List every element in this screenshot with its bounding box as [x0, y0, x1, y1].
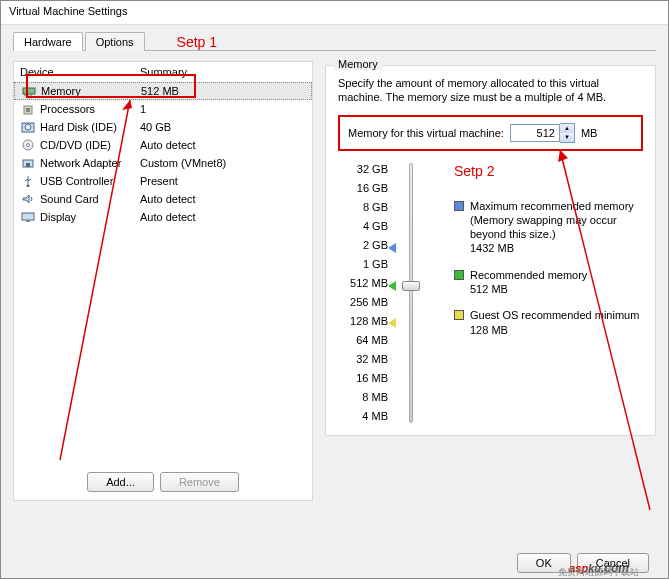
device-summary: 40 GB: [140, 121, 306, 133]
device-row-network-adapter[interactable]: Network AdapterCustom (VMnet8): [14, 154, 312, 172]
svg-point-9: [27, 144, 30, 147]
scale-tick: 4 GB: [338, 220, 388, 232]
device-name: CD/DVD (IDE): [40, 139, 140, 151]
header-summary: Summary: [140, 66, 306, 78]
device-summary: Custom (VMnet8): [140, 157, 306, 169]
cd-icon: [20, 138, 36, 152]
device-list-panel: Device Summary Memory512 MBProcessors1Ha…: [13, 61, 313, 501]
svg-point-7: [25, 124, 31, 130]
cpu-icon: [20, 102, 36, 116]
annotation-step1: Setp 1: [177, 34, 217, 50]
square-icon: [454, 201, 464, 211]
device-summary: 512 MB: [141, 85, 305, 97]
watermark-sub: 免费网站源码下载站: [558, 566, 639, 579]
memory-input-row: Memory for this virtual machine: ▲ ▼ MB: [338, 115, 643, 151]
device-list: Memory512 MBProcessors1Hard Disk (IDE)40…: [14, 82, 312, 464]
svg-rect-14: [26, 220, 30, 222]
tab-options[interactable]: Options: [85, 32, 145, 51]
device-summary: Auto detect: [140, 139, 306, 151]
spin-up-icon[interactable]: ▲: [560, 124, 574, 133]
legend-max-title: Maximum recommended memory: [470, 199, 643, 213]
marker-rec-icon: [388, 281, 396, 291]
spin-down-icon[interactable]: ▼: [560, 133, 574, 142]
svg-rect-13: [22, 213, 34, 220]
column-headers: Device Summary: [14, 62, 312, 82]
settings-window: Virtual Machine Settings Hardware Option…: [0, 0, 669, 579]
device-row-memory[interactable]: Memory512 MB: [14, 82, 312, 100]
device-row-sound-card[interactable]: Sound CardAuto detect: [14, 190, 312, 208]
device-row-processors[interactable]: Processors1: [14, 100, 312, 118]
device-name: Network Adapter: [40, 157, 140, 169]
scale-tick: 512 MB: [338, 277, 388, 289]
device-name: Sound Card: [40, 193, 140, 205]
device-row-display[interactable]: DisplayAuto detect: [14, 208, 312, 226]
device-summary: Present: [140, 175, 306, 187]
device-name: Processors: [40, 103, 140, 115]
device-row-cd-dvd-ide-[interactable]: CD/DVD (IDE)Auto detect: [14, 136, 312, 154]
tabs: Hardware Options Setp 1: [13, 31, 656, 51]
device-name: Memory: [41, 85, 141, 97]
svg-rect-0: [23, 88, 35, 94]
display-icon: [20, 210, 36, 224]
device-name: Display: [40, 211, 140, 223]
memory-slider[interactable]: [396, 163, 426, 423]
scale-tick: 32 GB: [338, 163, 388, 175]
memory-input-label: Memory for this virtual machine:: [348, 127, 504, 139]
legend-max-note: (Memory swapping may occur beyond this s…: [470, 213, 643, 242]
svg-rect-11: [26, 163, 30, 167]
window-title: Virtual Machine Settings: [9, 5, 127, 17]
legend-max-value: 1432 MB: [470, 241, 643, 255]
scale-tick: 4 MB: [338, 410, 388, 422]
hdd-icon: [20, 120, 36, 134]
header-device: Device: [20, 66, 140, 78]
scale-tick: 2 GB: [338, 239, 388, 251]
sound-icon: [20, 192, 36, 206]
group-title: Memory: [334, 58, 382, 70]
legend: Setp 2 Maximum recommended memory (Memor…: [434, 163, 643, 423]
memory-icon: [21, 84, 37, 98]
legend-rec: Recommended memory 512 MB: [454, 268, 643, 297]
slider-thumb[interactable]: [402, 281, 420, 291]
scale-tick: 8 GB: [338, 201, 388, 213]
legend-min: Guest OS recommended minimum 128 MB: [454, 308, 643, 337]
marker-max-icon: [388, 243, 396, 253]
device-row-usb-controller[interactable]: USB ControllerPresent: [14, 172, 312, 190]
legend-max: Maximum recommended memory (Memory swapp…: [454, 199, 643, 256]
memory-spinner[interactable]: ▲ ▼: [510, 123, 575, 143]
add-button[interactable]: Add...: [87, 472, 154, 492]
scale-tick: 32 MB: [338, 353, 388, 365]
legend-rec-value: 512 MB: [470, 282, 587, 296]
memory-desc: Specify the amount of memory allocated t…: [338, 76, 643, 105]
annotation-step2: Setp 2: [454, 163, 643, 179]
marker-min-icon: [388, 318, 396, 328]
device-summary: Auto detect: [140, 211, 306, 223]
svg-rect-5: [26, 108, 30, 112]
device-summary: Auto detect: [140, 193, 306, 205]
remove-button: Remove: [160, 472, 239, 492]
scale-tick: 16 MB: [338, 372, 388, 384]
title-bar: Virtual Machine Settings: [1, 1, 668, 25]
square-icon: [454, 270, 464, 280]
scale-tick: 64 MB: [338, 334, 388, 346]
nic-icon: [20, 156, 36, 170]
legend-min-title: Guest OS recommended minimum: [470, 308, 639, 322]
tab-hardware[interactable]: Hardware: [13, 32, 83, 51]
memory-unit: MB: [581, 127, 598, 139]
usb-icon: [20, 174, 36, 188]
square-icon: [454, 310, 464, 320]
scale-tick: 16 GB: [338, 182, 388, 194]
scale-tick: 128 MB: [338, 315, 388, 327]
slider-track[interactable]: [409, 163, 413, 423]
device-name: USB Controller: [40, 175, 140, 187]
scale-tick: 8 MB: [338, 391, 388, 403]
scale-tick: 1 GB: [338, 258, 388, 270]
memory-group: Memory Specify the amount of memory allo…: [325, 65, 656, 436]
memory-input[interactable]: [510, 124, 560, 142]
legend-min-value: 128 MB: [470, 323, 639, 337]
device-row-hard-disk-ide-[interactable]: Hard Disk (IDE)40 GB: [14, 118, 312, 136]
memory-scale: 32 GB16 GB8 GB4 GB2 GB1 GB512 MB256 MB12…: [338, 163, 388, 423]
svg-point-12: [27, 185, 30, 188]
scale-tick: 256 MB: [338, 296, 388, 308]
device-summary: 1: [140, 103, 306, 115]
legend-rec-title: Recommended memory: [470, 268, 587, 282]
